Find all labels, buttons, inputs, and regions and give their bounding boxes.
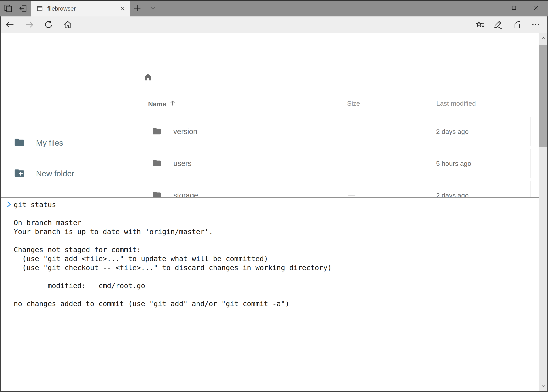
ellipsis-icon (531, 20, 540, 30)
file-modified: 2 days ago (436, 192, 469, 197)
terminal-output-line (14, 272, 534, 281)
forward-icon (24, 20, 34, 30)
window-bottom-border (0, 391, 548, 392)
forward-button[interactable] (24, 20, 35, 30)
maximize-button[interactable] (503, 3, 525, 14)
favorites-hub-button[interactable] (475, 20, 485, 30)
column-label: Size (347, 100, 360, 107)
chevron-down-icon (541, 383, 546, 389)
sidebar-item-new-folder[interactable]: New folder (14, 168, 74, 180)
tab-title: filebrowser (47, 5, 120, 12)
terminal-output-line: (use "git add <file>..." to update what … (14, 254, 534, 263)
file-row[interactable]: storage — 2 days ago (142, 181, 531, 197)
home-icon (143, 73, 153, 82)
back-icon (5, 20, 15, 30)
close-icon (533, 5, 539, 12)
folder-plus-icon (14, 168, 25, 180)
terminal-output-line: (use "git checkout -- <file>..." to disc… (14, 263, 534, 272)
browser-window: filebrowser (0, 0, 548, 392)
page-scrollbar[interactable] (539, 33, 548, 392)
terminal-command: git status (14, 200, 534, 209)
sort-asc-icon (169, 100, 176, 108)
new-tab-button[interactable] (132, 4, 142, 14)
window-left-border (0, 16, 1, 392)
sidebar-divider (1, 97, 129, 97)
tab-list-button[interactable] (148, 4, 158, 14)
sidebar-item-my-files[interactable]: My files (14, 137, 63, 149)
folder-icon (14, 137, 25, 149)
close-window-button[interactable] (526, 3, 547, 14)
scroll-up-button[interactable] (539, 33, 548, 43)
pen-icon (493, 20, 503, 30)
file-size: — (348, 127, 355, 136)
back-button[interactable] (5, 20, 15, 30)
maximize-icon (511, 5, 517, 12)
minimize-button[interactable] (481, 3, 502, 14)
terminal-output-line (14, 236, 534, 245)
terminal-output-line (14, 290, 534, 299)
sidebar-divider (1, 156, 129, 156)
browser-toolbar: filebrowser.web/files/ (0, 16, 548, 33)
terminal-output-line: Changes not staged for commit: (14, 245, 534, 254)
set-tabs-aside-icon (19, 4, 28, 14)
terminal-output-line: On branch master (14, 218, 534, 227)
sidebar: My files New folder New file Settings (1, 61, 129, 197)
terminal-output-line (14, 209, 534, 218)
file-size: — (348, 191, 355, 197)
browser-tab[interactable]: filebrowser (31, 1, 130, 16)
titlebar: filebrowser (0, 0, 548, 16)
share-icon (512, 20, 522, 30)
column-label: Name (148, 100, 166, 108)
scroll-down-button[interactable] (539, 381, 548, 391)
column-label: Last modified (436, 100, 476, 107)
chevron-down-icon (149, 5, 157, 13)
app-header (0, 33, 539, 61)
sidebar-item-label: My files (36, 138, 63, 147)
file-name: users (173, 159, 192, 168)
breadcrumb-home-button[interactable] (143, 73, 153, 83)
share-button[interactable] (512, 20, 522, 30)
tab-preview-icon (4, 4, 13, 14)
plus-icon (133, 4, 141, 13)
annotate-button[interactable] (493, 20, 503, 30)
terminal-cursor (14, 318, 14, 326)
file-row[interactable]: users — 5 hours ago (142, 149, 531, 178)
column-header-modified[interactable]: Last modified (436, 100, 476, 107)
terminal-output-line: modified: cmd/root.go (14, 281, 534, 290)
terminal-output: git status On branch master Your branch … (14, 200, 534, 326)
minimize-icon (489, 5, 495, 12)
breadcrumb-divider (145, 94, 531, 94)
file-modified: 5 hours ago (436, 160, 471, 167)
file-row[interactable]: version — 2 days ago (142, 117, 531, 146)
tab-favicon-icon (36, 5, 43, 12)
home-nav-icon (63, 20, 72, 30)
set-tabs-aside-button[interactable] (18, 4, 28, 14)
terminal-output-line: Your branch is up to date with 'origin/m… (14, 227, 534, 236)
file-size: — (348, 159, 355, 168)
folder-icon (152, 190, 162, 197)
file-modified: 2 days ago (436, 128, 469, 135)
column-header-size[interactable]: Size (347, 100, 360, 107)
folder-icon (152, 158, 162, 169)
terminal-cursor-line (14, 317, 534, 326)
column-header-name[interactable]: Name (148, 100, 176, 108)
star-list-icon (475, 20, 485, 30)
terminal-panel[interactable]: git status On branch master Your branch … (1, 197, 539, 391)
sidebar-item-label: New folder (36, 169, 74, 178)
chevron-up-icon (541, 35, 546, 41)
file-listing: Name Size Last modified version — 2 days… (129, 61, 539, 197)
tab-close-button[interactable] (120, 6, 126, 12)
file-name: version (173, 127, 197, 136)
terminal-output-line (14, 308, 534, 317)
tab-preview-button[interactable] (3, 4, 13, 14)
folder-icon (152, 126, 162, 137)
refresh-icon (44, 20, 53, 30)
more-options-button[interactable] (531, 20, 541, 30)
refresh-button[interactable] (43, 20, 54, 30)
prompt-icon (5, 200, 13, 209)
scrollbar-thumb[interactable] (539, 45, 548, 147)
home-button[interactable] (62, 20, 73, 30)
file-name: storage (173, 191, 198, 197)
terminal-output-line: no changes added to commit (use "git add… (14, 299, 534, 308)
